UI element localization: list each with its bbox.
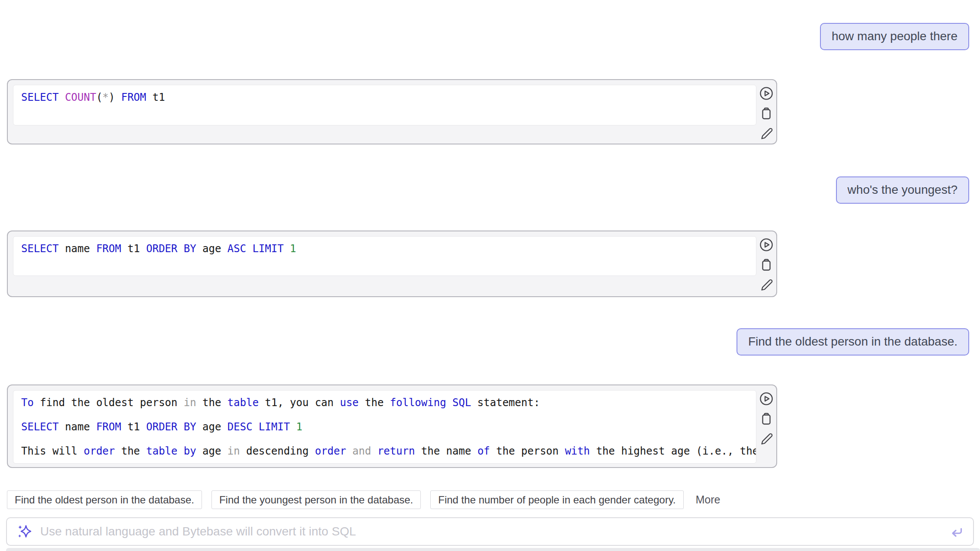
code-token: ASC [227, 243, 246, 255]
code-token: the person [490, 445, 565, 457]
sql-code-line: This will order the table by age in desc… [21, 439, 748, 463]
clipboard-icon [759, 412, 774, 426]
code-token [284, 243, 290, 255]
return-icon [949, 524, 964, 539]
sql-editor[interactable]: SELECT COUNT(*) FROM t1 [13, 85, 756, 125]
code-token: the highest age (i.e., the [590, 445, 756, 457]
pencil-icon [759, 432, 774, 447]
code-token: t1 [121, 421, 146, 433]
more-suggestions-button[interactable]: More [696, 493, 721, 506]
code-token: find the oldest person [34, 397, 184, 409]
edit-sql-button[interactable] [759, 127, 774, 141]
submit-query-button[interactable] [949, 524, 964, 539]
code-token [346, 445, 352, 457]
code-token [115, 91, 121, 103]
code-token [246, 243, 252, 255]
run-query-button[interactable] [759, 237, 774, 252]
play-icon [759, 86, 774, 101]
code-token: the [359, 397, 390, 409]
code-token: SELECT [21, 243, 59, 255]
clipboard-icon [759, 258, 774, 272]
code-token: LIMIT [253, 243, 284, 255]
code-token: and [352, 445, 371, 457]
code-token: name [59, 421, 96, 433]
code-token: FROM [96, 421, 121, 433]
code-token: ) [109, 91, 115, 103]
suggestion-oldest-person[interactable]: Find the oldest person in the database. [7, 490, 202, 509]
next-panel-edge [6, 548, 980, 551]
sql-chat-panel: { "colors": { "user_bubble_bg": "#e3e6fa… [0, 0, 980, 551]
code-token: name [59, 243, 96, 255]
sql-card-actions [759, 391, 774, 447]
suggestion-youngest-person[interactable]: Find the youngest person in the database… [211, 490, 421, 509]
user-message-bubble: how many people there [820, 23, 969, 50]
sql-editor[interactable]: SELECT name FROM t1 ORDER BY age ASC LIM… [13, 236, 756, 276]
edit-sql-button[interactable] [759, 278, 774, 293]
pencil-icon [759, 127, 774, 141]
code-token: FROM [96, 243, 121, 255]
clipboard-icon [759, 106, 774, 121]
code-token: SELECT [21, 91, 59, 103]
pencil-icon [759, 278, 774, 293]
code-token: SQL [452, 397, 471, 409]
natural-language-input[interactable] [39, 524, 942, 539]
code-token: age [196, 421, 227, 433]
code-token: SELECT [21, 421, 59, 433]
copy-sql-button[interactable] [759, 258, 774, 272]
code-token: FROM [121, 91, 146, 103]
user-message-bubble: who's the youngest? [836, 176, 969, 204]
sql-card-actions [759, 86, 774, 141]
sql-editor[interactable]: To find the oldest person in the table t… [13, 390, 756, 464]
code-token [290, 421, 296, 433]
edit-sql-button[interactable] [759, 432, 774, 447]
code-token: ORDER BY [146, 243, 196, 255]
play-icon [759, 391, 774, 406]
sparkle-icon [16, 523, 33, 540]
code-token: statement: [471, 397, 540, 409]
sql-card-actions [759, 237, 774, 293]
code-token: ORDER BY [146, 421, 196, 433]
code-token: 1 [290, 243, 296, 255]
composer-bar [6, 517, 974, 546]
copy-sql-button[interactable] [759, 412, 774, 426]
run-query-button[interactable] [759, 391, 774, 406]
play-icon [759, 237, 774, 252]
code-token: following [390, 397, 446, 409]
code-token: 1 [296, 421, 302, 433]
code-token: ( [96, 91, 102, 103]
code-token: the [196, 397, 227, 409]
code-token: by [184, 445, 196, 457]
code-token: descending [240, 445, 315, 457]
code-token [59, 91, 65, 103]
code-token: order [84, 445, 115, 457]
user-message-bubble: Find the oldest person in the database. [737, 328, 969, 356]
assistant-sql-card: SELECT COUNT(*) FROM t1 [7, 79, 777, 144]
code-token: DESC [227, 421, 253, 433]
copy-sql-button[interactable] [759, 106, 774, 121]
code-token: table [146, 445, 177, 457]
code-token [253, 421, 259, 433]
sql-code-line: SELECT name FROM t1 ORDER BY age DESC LI… [21, 415, 748, 439]
code-token: This will [21, 445, 84, 457]
suggestion-row: Find the oldest person in the database. … [7, 490, 720, 509]
code-token: t1, you can [259, 397, 340, 409]
code-token: of [477, 445, 490, 457]
assistant-sql-card: To find the oldest person in the table t… [7, 384, 777, 468]
code-token: t1 [121, 243, 146, 255]
sql-code-line: SELECT name FROM t1 ORDER BY age ASC LIM… [21, 237, 748, 261]
code-token: in [184, 397, 196, 409]
suggestion-gender-count[interactable]: Find the number of people in each gender… [430, 490, 683, 509]
code-token: * [102, 91, 109, 103]
code-token: COUNT [65, 91, 96, 103]
code-token: order [315, 445, 346, 457]
code-token: age [196, 243, 227, 255]
code-token: age [196, 445, 227, 457]
code-token: t1 [146, 91, 165, 103]
code-token: the name [415, 445, 477, 457]
run-query-button[interactable] [759, 86, 774, 101]
code-token: use [340, 397, 359, 409]
code-token: the [115, 445, 146, 457]
assistant-sql-card: SELECT name FROM t1 ORDER BY age ASC LIM… [7, 231, 777, 297]
code-token: with [565, 445, 590, 457]
code-token [446, 397, 452, 409]
